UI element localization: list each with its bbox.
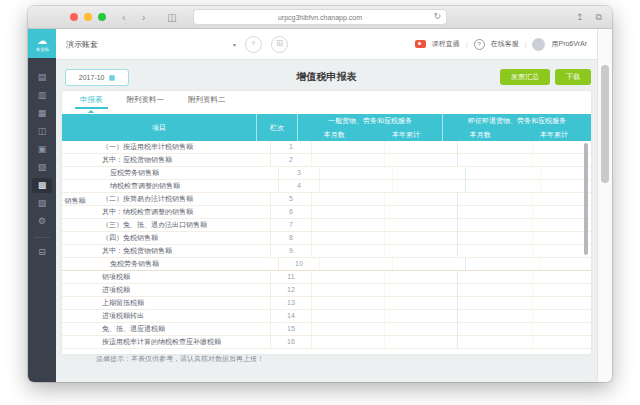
cell-refund-month <box>458 193 533 205</box>
page-title: 增值税申报表 <box>297 70 357 84</box>
period-picker[interactable]: 2017-10 ▦ <box>65 69 129 86</box>
invoice-summary-button[interactable]: 发票汇总 <box>500 69 550 85</box>
page-scrollbar-track[interactable] <box>597 29 612 382</box>
ledger-icon[interactable]: ▥ <box>32 88 52 103</box>
row-item-label: 进项税额转出 <box>88 310 271 322</box>
row-item-label: 免税劳务销售额 <box>88 258 279 270</box>
settings-icon[interactable]: ⚙ <box>32 214 52 229</box>
section-label-sales: 销售额 <box>62 141 88 261</box>
app-sidebar: ☁ 专业版 ▤▥▦◫▣▧▩▨⚙ ⊟ <box>28 29 56 382</box>
row-line-no: 4 <box>279 180 320 192</box>
cell-general-year <box>385 284 458 296</box>
row-line-no: 13 <box>271 297 312 309</box>
assets-icon[interactable]: ▨ <box>32 196 52 211</box>
cell-refund-year <box>533 206 591 218</box>
topbar-divider: | <box>466 41 468 48</box>
sidebar-icon-list: ▤▥▦◫▣▧▩▨⚙ <box>32 68 52 230</box>
cell-general-year <box>385 154 458 166</box>
tab-bar: 申报表附列资料一附列资料二 <box>62 91 591 109</box>
cell-general-month <box>312 154 385 166</box>
account-name: 演示账套 <box>66 39 98 50</box>
user-name[interactable]: 用Pro6VrAr <box>551 39 587 49</box>
download-button[interactable]: 下载 <box>555 69 591 85</box>
sidebar-divider <box>34 237 50 238</box>
cell-general-year <box>385 310 458 322</box>
funds-icon[interactable]: ◫ <box>32 124 52 139</box>
table-row: 进项税额转出14 <box>62 310 591 323</box>
cell-general-month <box>312 284 385 296</box>
share-icon[interactable]: ↥ <box>576 12 584 22</box>
cell-general-year <box>385 297 458 309</box>
cell-general-month <box>312 297 385 309</box>
row-item-label: 免、抵、退应退税额 <box>88 323 271 335</box>
back-button[interactable]: ‹ <box>122 12 126 23</box>
tab-main-form[interactable]: 申报表 <box>68 91 115 109</box>
invoice-icon[interactable]: ▣ <box>32 142 52 157</box>
refresh-icon[interactable]: ↻ <box>433 11 441 21</box>
close-window-button[interactable] <box>70 13 78 21</box>
row-item-label: 按适用税率计算的纳税检查应补缴税额 <box>88 336 271 348</box>
row-line-no: 1 <box>271 141 312 153</box>
cell-general-month <box>312 206 385 218</box>
tab-appendix-2[interactable]: 附列资料二 <box>176 91 238 109</box>
table-row: 进项税额12 <box>62 284 591 297</box>
table-scrollbar-thumb[interactable] <box>584 143 588 255</box>
row-group-cell <box>62 284 88 296</box>
row-item-label: 其中：应税货物销售额 <box>88 154 271 166</box>
add-button[interactable]: + <box>245 36 262 53</box>
cell-refund-year <box>533 271 591 283</box>
tab-overview-icon[interactable]: ⧉ <box>596 12 602 23</box>
row-item-label: （二）按简易办法计税销售额 <box>88 193 271 205</box>
row-line-no: 10 <box>279 258 320 270</box>
table-row: 纳税检查调整的销售额4 <box>62 180 591 193</box>
online-support-link[interactable]: 在线客服 <box>491 39 519 49</box>
checkout-icon[interactable]: ⊟ <box>32 245 52 260</box>
tax-icon[interactable]: ▩ <box>32 178 52 193</box>
cell-refund-month <box>458 206 533 218</box>
cell-general-year <box>385 336 458 348</box>
account-selector[interactable]: 演示账套 ▾ <box>66 39 236 50</box>
browser-window: ‹ › ◫ urpcg3hibfvn.chanapp.com ↻ ↥ ⧉ ☁ 专… <box>28 6 612 382</box>
cell-general-month <box>320 258 393 270</box>
cell-refund-year <box>541 258 591 270</box>
cell-general-year <box>385 206 458 218</box>
cell-general-year <box>385 323 458 335</box>
reports-icon[interactable]: ▦ <box>32 106 52 121</box>
voucher-icon[interactable]: ▤ <box>32 70 52 85</box>
cell-refund-year <box>533 336 591 348</box>
cell-refund-month <box>458 271 533 283</box>
minimize-window-button[interactable] <box>84 13 92 21</box>
cell-refund-month <box>466 258 541 270</box>
vat-table: 项目 栏次 一般货物、劳务和应税服务 本月数 本年累计 即征即退货物、劳务和应 <box>62 114 591 369</box>
sidebar-toggle-icon[interactable]: ◫ <box>167 12 176 23</box>
chevron-down-icon: ▾ <box>233 41 236 48</box>
zoom-window-button[interactable] <box>98 13 106 21</box>
row-item-label: 进项税额 <box>88 284 271 296</box>
apps-grid-button[interactable]: ⊞ <box>271 36 288 53</box>
row-line-no: 3 <box>279 167 320 179</box>
app-logo[interactable]: ☁ 专业版 <box>28 29 56 58</box>
page-scrollbar-thumb[interactable] <box>601 65 609 183</box>
header-year-2: 本年累计 <box>517 128 591 141</box>
row-item-label: （三）免、抵、退办法出口销售额 <box>88 219 271 231</box>
row-item-label: （四）免税销售额 <box>88 232 271 244</box>
payroll-icon[interactable]: ▧ <box>32 160 52 175</box>
header-year-1: 本年累计 <box>370 128 442 141</box>
cell-refund-year <box>533 193 591 205</box>
cell-refund-month <box>458 310 533 322</box>
table-row: （四）免税销售额8 <box>62 232 591 245</box>
forward-button[interactable]: › <box>142 12 146 23</box>
row-group-cell <box>62 297 88 309</box>
period-value: 2017-10 <box>79 74 105 81</box>
cell-refund-month <box>466 180 541 192</box>
cell-general-month <box>312 245 385 257</box>
app-topbar: 演示账套 ▾ + ⊞ 课程直播 | ? 在线客服 | 用Pro6VrAr <box>56 29 597 60</box>
tab-appendix-1[interactable]: 附列资料一 <box>115 91 177 109</box>
browser-titlebar: ‹ › ◫ urpcg3hibfvn.chanapp.com ↻ ↥ ⧉ <box>28 6 612 29</box>
cell-general-year <box>393 180 466 192</box>
url-bar[interactable]: urpcg3hibfvn.chanapp.com ↻ <box>193 9 447 25</box>
cell-refund-year <box>533 154 591 166</box>
cell-general-month <box>312 310 385 322</box>
live-course-link[interactable]: 课程直播 <box>432 39 460 49</box>
report-toolbar: 2017-10 ▦ 增值税申报表 发票汇总 下载 <box>62 65 591 89</box>
